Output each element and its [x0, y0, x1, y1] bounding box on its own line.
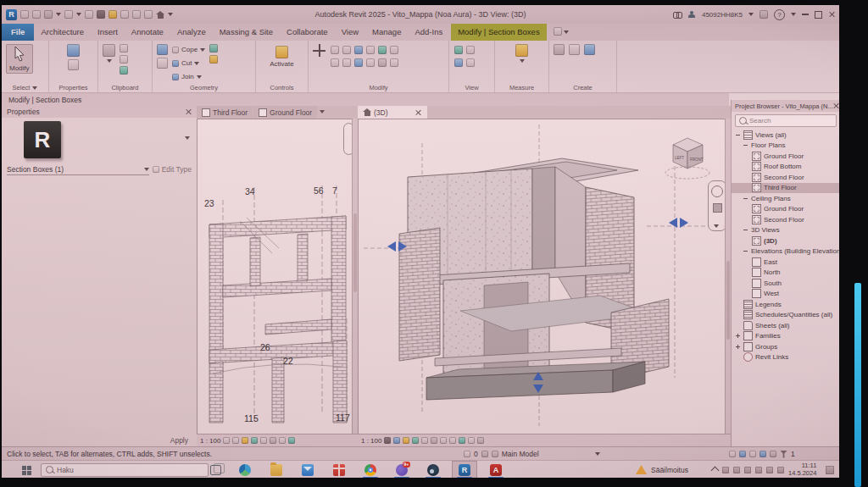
search-help-icon[interactable] [673, 11, 682, 18]
help-dropdown-icon[interactable] [791, 13, 796, 16]
filter-icon[interactable] [780, 451, 787, 458]
undo-icon[interactable] [64, 10, 73, 19]
collapse-icon[interactable] [743, 227, 748, 233]
temporary-hide-isolate-icon[interactable] [449, 437, 456, 444]
reveal-hidden-elements-icon[interactable] [459, 437, 465, 444]
taskbar-steam[interactable] [420, 461, 446, 478]
expand-icon[interactable] [735, 344, 741, 350]
taskbar-search-input[interactable]: Haku [41, 463, 209, 477]
delete-icon[interactable] [390, 58, 398, 67]
select-by-face-icon[interactable] [760, 451, 766, 457]
tab-modify-section-boxes[interactable]: Modify | Section Boxes [451, 24, 546, 41]
beam-joins-icon[interactable] [209, 55, 218, 64]
paint-brush-icon[interactable] [454, 46, 463, 54]
visual-style-icon[interactable] [393, 437, 400, 444]
browser-item-ceiling-ground-floor[interactable]: Ground Floor [732, 204, 839, 215]
browser-item-east[interactable]: East [732, 257, 839, 268]
detail-level-icon[interactable] [384, 437, 391, 444]
account-id[interactable]: 45092HH8K5 [702, 11, 743, 19]
browser-item-families[interactable]: Families [732, 331, 839, 342]
tray-cloud-icon[interactable] [733, 467, 740, 473]
create-group-icon[interactable] [554, 44, 565, 55]
tab-analyze[interactable]: Analyze [170, 24, 213, 41]
copy-icon[interactable] [120, 44, 128, 53]
plan-scale-button[interactable]: 1 : 100 [200, 437, 220, 445]
viewcube[interactable]: LEFT FRONT [665, 138, 709, 179]
activate-controls-button[interactable]: Activate [266, 44, 297, 69]
taskbar-autocad[interactable]: A [483, 461, 509, 478]
tab-annotate[interactable]: Annotate [125, 24, 170, 41]
editable-only-icon[interactable] [464, 451, 470, 457]
ribbon-state-dropdown-icon[interactable] [564, 30, 569, 34]
app-store-icon[interactable] [760, 10, 768, 19]
save-icon[interactable] [32, 10, 41, 19]
cut-button[interactable]: Cut [172, 58, 205, 69]
ribbon-state-icon[interactable] [554, 27, 562, 36]
tab-file[interactable]: File [2, 24, 34, 41]
plan-view-canvas[interactable]: 23 34 56 7 26 22 115 117 [197, 119, 358, 434]
demolish-icon[interactable] [157, 58, 168, 69]
browser-item-views-all[interactable]: Views (all) [732, 130, 839, 141]
measure-dropdown-icon[interactable] [520, 59, 525, 63]
paste-dropdown-icon[interactable] [107, 59, 112, 63]
hide-in-view-icon[interactable] [466, 58, 475, 67]
weather-label[interactable]: Sääilmoitus [651, 466, 688, 474]
browser-item-3d-views[interactable]: 3D Views [732, 225, 839, 236]
notification-center-icon[interactable] [826, 466, 834, 474]
revit-app-icon[interactable]: R [6, 9, 17, 20]
apply-button[interactable]: Apply [170, 436, 188, 445]
weather-icon[interactable] [636, 465, 647, 474]
view3d-scale-button[interactable]: 1 : 100 [361, 437, 381, 445]
tray-device-icon[interactable] [722, 467, 729, 473]
type-selector[interactable]: Section Boxes (1) [7, 163, 149, 175]
select-pinned-icon[interactable] [749, 451, 756, 457]
sync-dropdown-icon[interactable] [56, 13, 61, 16]
collapse-icon[interactable] [743, 196, 748, 202]
join-button[interactable]: Join [172, 71, 205, 82]
select-links-icon[interactable] [729, 451, 736, 457]
match-type-icon[interactable] [120, 66, 128, 75]
drag-on-selection-icon[interactable] [770, 451, 776, 457]
browser-item-south[interactable]: South [732, 278, 839, 289]
taskbar-notifications-app[interactable]: 9+ [389, 461, 415, 478]
open-file-icon[interactable] [20, 10, 29, 19]
taskbar-mail[interactable] [295, 461, 320, 478]
network-icon[interactable] [766, 467, 773, 473]
detail-level-icon[interactable] [223, 437, 230, 444]
project-browser-search[interactable]: Search [735, 114, 837, 127]
view3d-vertical-scrollbar[interactable] [725, 119, 731, 434]
measure-between-icon[interactable] [515, 44, 528, 57]
browser-item-ceiling-second-floor[interactable]: Second Floor [732, 214, 839, 225]
close-icon[interactable] [828, 11, 835, 18]
copy-modify-icon[interactable] [331, 58, 339, 67]
view-3d-canvas[interactable]: LEFT FRONT [358, 119, 731, 434]
browser-item-sheets[interactable]: Sheets (all) [732, 320, 839, 331]
browser-item-groups[interactable]: Groups [732, 341, 839, 352]
cope-button[interactable]: Cope [172, 44, 205, 55]
task-view-icon[interactable] [210, 465, 221, 475]
taskbar-gift-app[interactable] [326, 461, 352, 478]
close-view-tab-icon[interactable] [415, 109, 422, 116]
crop-view-icon[interactable] [421, 437, 428, 444]
browser-item-north[interactable]: North [732, 268, 839, 279]
type-selector-dropdown-icon[interactable] [185, 136, 190, 140]
browser-item-3d[interactable]: (3D) [732, 235, 839, 246]
cut-clipboard-icon[interactable] [120, 55, 128, 64]
steering-wheel-icon[interactable] [711, 185, 723, 197]
restore-icon[interactable] [815, 11, 822, 19]
crop-view-icon[interactable] [260, 437, 267, 444]
hidden-icons-chevron-icon[interactable] [711, 467, 720, 475]
taskbar-chrome[interactable] [358, 461, 383, 478]
properties-palette-icon[interactable] [67, 44, 80, 57]
tag-by-category-icon[interactable] [132, 10, 141, 19]
family-types-icon[interactable] [68, 59, 79, 70]
qat-customize-icon[interactable] [168, 13, 173, 16]
tab-insert[interactable]: Insert [91, 24, 125, 41]
collapse-icon[interactable] [735, 132, 741, 138]
view-tab-third-floor[interactable]: Third Floor [197, 106, 253, 119]
account-dropdown-icon[interactable] [748, 13, 754, 16]
temporary-hide-isolate-icon[interactable] [279, 437, 286, 444]
select-underlay-icon[interactable] [739, 451, 746, 457]
tab-add-ins[interactable]: Add-Ins [408, 24, 449, 41]
properties-close-icon[interactable] [185, 108, 192, 115]
